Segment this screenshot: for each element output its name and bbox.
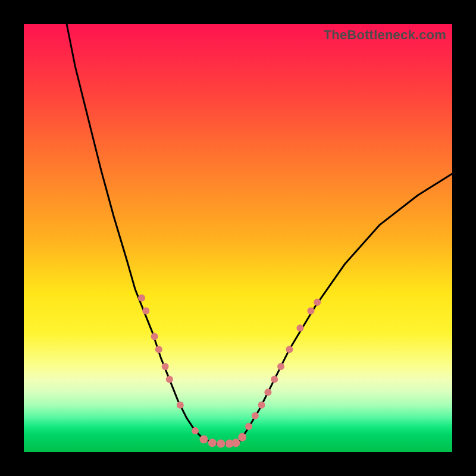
data-point <box>252 412 259 419</box>
bottleneck-curve <box>67 24 452 444</box>
data-point <box>138 295 145 302</box>
data-point <box>238 433 246 441</box>
data-point <box>277 363 284 370</box>
attribution-label: TheBottleneck.com <box>324 27 446 43</box>
data-point <box>217 440 225 448</box>
plot-area: TheBottleneck.com <box>24 24 452 452</box>
y-axis-border <box>0 24 24 452</box>
data-point <box>296 324 303 331</box>
data-point <box>286 346 293 353</box>
data-point <box>258 402 265 409</box>
data-point <box>231 439 240 447</box>
data-point <box>271 376 278 383</box>
data-point <box>177 402 184 409</box>
data-point <box>142 307 149 314</box>
data-point <box>264 389 271 396</box>
data-point <box>199 435 208 443</box>
curve-group <box>67 24 452 444</box>
data-point <box>307 307 314 314</box>
data-point <box>166 376 173 383</box>
chart-container: TheBottleneck.com <box>0 0 476 476</box>
plot-svg <box>24 24 452 452</box>
data-point <box>245 423 252 430</box>
data-point <box>314 299 321 306</box>
x-axis-border <box>24 452 452 476</box>
data-point <box>192 427 199 434</box>
data-point <box>151 333 158 340</box>
data-point <box>162 363 169 370</box>
data-point <box>155 346 162 353</box>
data-point <box>208 439 217 447</box>
